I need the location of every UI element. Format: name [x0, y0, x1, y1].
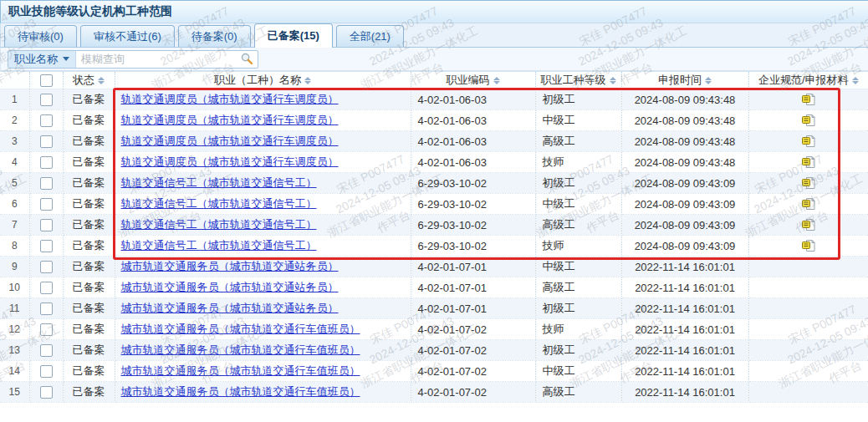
occupation-name-link[interactable]: 城市轨道交通服务员（城市轨道交通站务员） [121, 260, 339, 272]
column-header[interactable]: 职业编码 [411, 72, 535, 89]
row-checkbox[interactable] [40, 323, 53, 336]
row-checkbox[interactable] [40, 344, 53, 357]
row-checkbox[interactable] [40, 240, 53, 252]
sort-icon[interactable] [610, 77, 616, 84]
tab-5[interactable]: 全部(21) [336, 25, 404, 47]
material-cell [748, 340, 868, 361]
level-cell: 技师 [535, 319, 621, 340]
row-checkbox[interactable] [40, 94, 53, 106]
occupation-name-link[interactable]: 轨道交通信号工（城市轨道交通信号工） [121, 239, 317, 252]
row-checkbox[interactable] [40, 261, 53, 273]
occupation-name-link[interactable]: 城市轨道交通服务员（城市轨道交通行车值班员） [121, 343, 360, 356]
occupation-name-cell: 轨道交通信号工（城市轨道交通信号工） [115, 194, 411, 215]
row-checkbox-cell [29, 361, 63, 382]
sort-icon[interactable] [852, 77, 859, 84]
row-number: 2 [0, 110, 29, 131]
declare-time-cell: 2022-11-14 16:01:01 [621, 382, 748, 403]
sort-icon[interactable] [705, 77, 712, 84]
column-header[interactable]: 申报时间 [621, 72, 748, 89]
document-form-icon[interactable] [801, 114, 816, 127]
occupation-name-cell: 城市轨道交通服务员（城市轨道交通站务员） [115, 298, 411, 319]
row-checkbox-cell [29, 89, 63, 110]
row-checkbox[interactable] [40, 156, 53, 169]
table-row: 14已备案城市轨道交通服务员（城市轨道交通行车值班员）4-02-01-07-02… [0, 361, 868, 382]
level-cell: 中级工 [535, 257, 621, 277]
level-cell: 技师 [535, 152, 621, 173]
row-number: 12 [0, 319, 29, 340]
document-form-icon[interactable] [801, 135, 816, 148]
document-form-icon[interactable] [801, 197, 816, 211]
row-checkbox[interactable] [40, 177, 53, 190]
sort-icon[interactable] [493, 77, 500, 84]
tab-3[interactable]: 待备案(0) [178, 25, 251, 47]
row-checkbox[interactable] [40, 282, 53, 294]
sort-icon[interactable] [98, 77, 105, 84]
sort-icon[interactable] [304, 77, 311, 84]
level-cell: 初级工 [535, 173, 621, 194]
row-checkbox[interactable] [40, 198, 53, 211]
document-form-icon[interactable] [801, 155, 816, 169]
row-checkbox[interactable] [40, 219, 53, 231]
tab-4[interactable]: 已备案(15) [254, 23, 333, 48]
row-number: 9 [0, 257, 29, 277]
occupation-code-cell: 4-02-01-06-03 [411, 152, 535, 173]
occupation-name-cell: 轨道交通信号工（城市轨道交通信号工） [115, 236, 411, 257]
row-checkbox[interactable] [40, 303, 53, 315]
occupation-name-link[interactable]: 轨道交通调度员（城市轨道交通行车调度员） [121, 155, 339, 168]
search-icon[interactable] [241, 53, 253, 65]
row-checkbox[interactable] [40, 365, 53, 378]
table-row: 2已备案轨道交通调度员（城市轨道交通行车调度员）4-02-01-06-03中级工… [0, 110, 868, 131]
row-checkbox-cell [29, 215, 63, 236]
occupation-name-link[interactable]: 城市轨道交通服务员（城市轨道交通行车值班员） [121, 385, 360, 398]
select-all-checkbox[interactable] [40, 74, 53, 87]
occupation-name-link[interactable]: 轨道交通信号工（城市轨道交通信号工） [121, 197, 317, 210]
row-checkbox-cell [29, 131, 63, 152]
search-input[interactable] [76, 53, 241, 65]
row-checkbox[interactable] [40, 135, 53, 148]
column-header[interactable]: 企业规范/申报材料 [748, 72, 868, 89]
document-form-icon[interactable] [801, 176, 816, 190]
chevron-down-icon [63, 57, 69, 61]
level-cell: 技师 [535, 236, 621, 257]
occupation-code-cell: 4-02-01-06-03 [411, 131, 535, 152]
tab-2[interactable]: 审核不通过(6) [80, 25, 175, 47]
occupation-name-cell: 城市轨道交通服务员（城市轨道交通站务员） [115, 257, 411, 277]
row-checkbox[interactable] [40, 114, 53, 127]
table-row: 11已备案城市轨道交通服务员（城市轨道交通站务员）4-02-01-07-01初级… [0, 298, 868, 319]
declare-time-cell: 2022-11-14 16:01:01 [621, 298, 748, 319]
occupation-name-link[interactable]: 轨道交通信号工（城市轨道交通信号工） [121, 176, 317, 189]
document-form-icon[interactable] [801, 239, 816, 252]
row-checkbox-cell [29, 382, 63, 403]
column-header[interactable]: 职业工种等级 [535, 72, 621, 89]
level-cell: 中级工 [535, 194, 621, 215]
table-row: 15已备案城市轨道交通服务员（城市轨道交通行车值班员）4-02-01-07-02… [0, 382, 868, 403]
status-cell: 已备案 [63, 277, 115, 298]
column-header[interactable]: 状态 [63, 72, 115, 89]
table-row: 3已备案轨道交通调度员（城市轨道交通行车调度员）4-02-01-06-03高级工… [0, 131, 868, 152]
declare-time-cell: 2024-08-09 09:43:48 [621, 110, 748, 131]
occupation-name-link[interactable]: 城市轨道交通服务员（城市轨道交通站务员） [121, 281, 339, 293]
search-field-select[interactable]: 职业名称 [8, 51, 76, 68]
column-header[interactable]: 职业（工种）名称 [115, 72, 411, 89]
row-checkbox-cell [29, 110, 63, 131]
material-cell [748, 89, 868, 110]
occupation-code-cell: 4-02-01-06-03 [411, 110, 535, 131]
document-form-icon[interactable] [801, 93, 816, 106]
occupation-name-link[interactable]: 轨道交通调度员（城市轨道交通行车调度员） [121, 93, 339, 105]
row-checkbox-cell [29, 277, 63, 298]
occupation-code-cell: 4-02-01-07-01 [411, 298, 535, 319]
tab-1[interactable]: 待审核(0) [4, 25, 77, 47]
occupation-name-link[interactable]: 城市轨道交通服务员（城市轨道交通站务员） [121, 302, 339, 314]
declare-time-cell: 2024-08-09 09:43:48 [621, 89, 748, 110]
occupation-name-link[interactable]: 轨道交通调度员（城市轨道交通行车调度员） [121, 114, 339, 126]
occupation-name-cell: 轨道交通调度员（城市轨道交通行车调度员） [115, 89, 411, 110]
occupation-name-link[interactable]: 轨道交通调度员（城市轨道交通行车调度员） [121, 135, 339, 147]
occupation-name-link[interactable]: 城市轨道交通服务员（城市轨道交通行车值班员） [121, 364, 360, 377]
occupation-code-cell: 4-02-01-06-03 [411, 89, 535, 110]
document-form-icon[interactable] [801, 218, 816, 231]
status-cell: 已备案 [63, 319, 115, 340]
row-checkbox[interactable] [40, 386, 53, 399]
row-number: 7 [0, 215, 29, 236]
occupation-name-link[interactable]: 城市轨道交通服务员（城市轨道交通行车值班员） [121, 323, 360, 335]
occupation-name-link[interactable]: 轨道交通信号工（城市轨道交通信号工） [121, 218, 317, 231]
